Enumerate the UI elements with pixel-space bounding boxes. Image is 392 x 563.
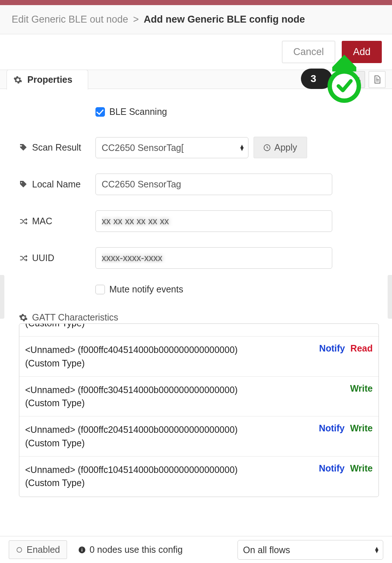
gatt-item-text: <Unnamed> (f000ffc204514000b000000000000… [25,423,238,450]
gatt-list[interactable]: (Custom Type)<Unnamed> (f000ffc404514000… [19,323,379,497]
gatt-op-write: Write [350,383,373,393]
gear-icon [13,75,22,84]
scan-result-label: Scan Result [32,142,81,153]
shuffle-icon [19,254,28,263]
gatt-op-write: Write [350,423,373,433]
uuid-input[interactable] [95,247,332,269]
enabled-label: Enabled [27,544,60,555]
gatt-item-ops: Write [350,383,373,410]
checkbox-unchecked-icon [95,285,105,294]
shuffle-icon [19,217,28,226]
gatt-item-text: <Unnamed> (f000ffc104514000b000000000000… [25,463,238,490]
gatt-item[interactable]: <Unnamed> (f000ffc104514000b000000000000… [19,457,379,496]
local-name-input[interactable] [95,174,332,195]
scroll-affordance-right[interactable] [388,275,392,319]
usage-text: 0 nodes use this config [78,544,183,555]
node-docs-button[interactable] [369,71,385,88]
apply-button-label: Apply [274,142,297,153]
uuid-label: UUID [32,253,54,263]
gatt-item-text: <Unnamed> (f000ffc404514000b000000000000… [25,343,238,370]
gatt-item[interactable]: <Unnamed> (f000ffc404514000b000000000000… [19,337,379,377]
gatt-item-ops: Notify Read [319,343,373,370]
local-name-label: Local Name [32,179,81,190]
breadcrumb-current: Add new Generic BLE config node [144,14,305,25]
svg-rect-7 [82,549,82,551]
gatt-op-notify: Notify [319,423,345,433]
gatt-op-write: Write [350,463,373,473]
apply-button[interactable]: Apply [254,137,307,158]
svg-point-5 [17,547,21,552]
gatt-op-read: Read [350,343,373,353]
tag-icon [19,180,28,189]
enabled-toggle[interactable]: Enabled [9,540,67,559]
breadcrumb-parent[interactable]: Edit Generic BLE out node [12,14,128,25]
app-topbar [0,0,392,5]
apply-icon [263,144,271,151]
gatt-section-label: GATT Characteristics [32,312,118,323]
mute-notify-label: Mute notify events [109,284,183,295]
gear-icon [19,313,28,322]
scope-select[interactable]: On all flows [238,540,383,560]
step-callout-check [325,55,364,104]
ble-scanning-toggle[interactable]: BLE Scanning [95,106,167,117]
checkbox-checked-icon [95,107,105,117]
tag-icon [19,143,28,152]
tab-properties[interactable]: Properties [7,70,88,90]
mute-notify-toggle[interactable]: Mute notify events [95,284,183,295]
gatt-item-text: (Custom Type) [25,323,85,330]
gatt-item-text: <Unnamed> (f000ffc304514000b000000000000… [25,383,238,410]
gatt-item[interactable]: <Unnamed> (f000ffc304514000b000000000000… [19,377,379,417]
breadcrumb: Edit Generic BLE out node > Add new Gene… [0,5,392,34]
mac-input[interactable] [95,210,332,232]
gatt-item-ops: Notify Write [319,463,373,490]
usage-label: 0 nodes use this config [90,544,183,555]
svg-point-2 [21,145,22,146]
info-icon [78,546,86,554]
scroll-affordance-left[interactable] [0,275,4,319]
breadcrumb-sep: > [133,14,139,25]
gatt-op-notify: Notify [319,463,345,473]
tab-properties-label: Properties [27,74,72,85]
ble-scanning-label: BLE Scanning [109,106,167,117]
scan-result-select[interactable]: CC2650 SensorTag[ [95,137,248,158]
gatt-section-title: GATT Characteristics [19,312,379,323]
form: BLE Scanning Scan Result CC2650 SensorTa… [0,89,392,524]
tab-row: Properties 3 [0,70,392,89]
gatt-op-notify: Notify [319,343,345,353]
gatt-item[interactable]: <Unnamed> (f000ffc204514000b000000000000… [19,416,379,457]
gatt-item[interactable]: (Custom Type) [19,323,379,337]
gatt-item-ops: Notify Write [319,423,373,450]
svg-rect-8 [82,548,82,548]
circle-icon [16,546,23,554]
footer-bar: Enabled 0 nodes use this config On all f… [0,536,392,563]
document-icon [373,75,381,84]
mac-label: MAC [32,216,52,226]
svg-point-4 [21,182,22,183]
